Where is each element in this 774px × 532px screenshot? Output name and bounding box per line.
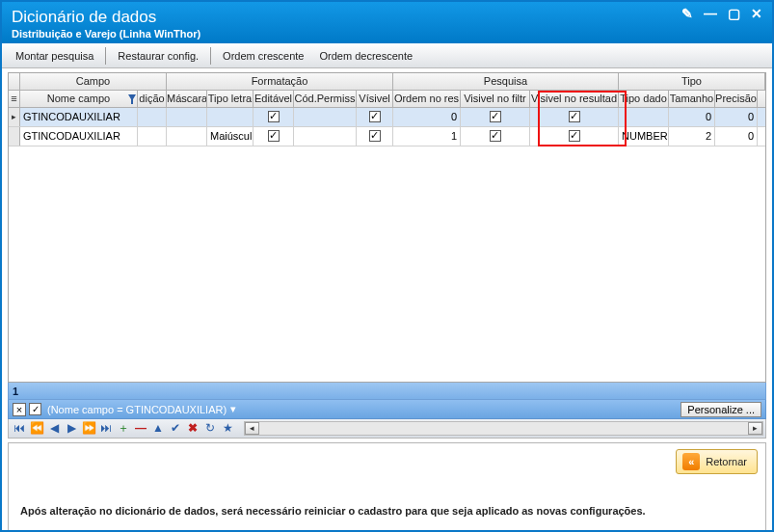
title-bar: Dicionário de dados Distribuição e Varej… bbox=[2, 2, 772, 43]
cell-codpermiss[interactable] bbox=[294, 127, 357, 146]
col-nome-campo[interactable]: Nome campo bbox=[20, 91, 138, 107]
col-tipodado[interactable]: Tipo dado bbox=[619, 91, 669, 107]
cell-editavel[interactable] bbox=[254, 127, 294, 146]
filter-expression: (Nome campo = GTINCODAUXILIAR) bbox=[47, 404, 227, 415]
maximize-icon[interactable]: ▢ bbox=[726, 6, 741, 21]
group-formatacao[interactable]: Formatação bbox=[167, 73, 393, 90]
personalize-button[interactable]: Personalize ... bbox=[681, 402, 761, 417]
col-mascara[interactable]: Máscara bbox=[167, 91, 207, 107]
row-indicator bbox=[9, 127, 20, 146]
return-icon: « bbox=[682, 453, 700, 470]
nav-insert-icon[interactable]: ＋ bbox=[115, 421, 132, 437]
cell-tipoletra[interactable] bbox=[207, 108, 254, 126]
cell-codpermiss[interactable] bbox=[294, 108, 357, 126]
nav-last-icon[interactable]: ⏭ bbox=[97, 421, 115, 437]
nav-bookmark-icon[interactable]: ★ bbox=[219, 421, 236, 437]
svg-marker-0 bbox=[128, 94, 136, 104]
cell-edicao[interactable] bbox=[138, 108, 167, 126]
navigator-bar: ⏮ ⏪ ◀ ▶ ⏩ ⏭ ＋ — ▲ ✔ ✖ ↻ ★ ◂ ▸ bbox=[8, 419, 766, 439]
col-edicao[interactable]: dição bbox=[138, 91, 167, 107]
cell-mascara[interactable] bbox=[167, 127, 207, 146]
filter-icon[interactable] bbox=[128, 94, 136, 104]
col-codpermiss[interactable]: Cód.Permiss bbox=[294, 91, 357, 107]
montar-pesquisa-button[interactable]: Montar pesquisa bbox=[8, 47, 101, 65]
window-title: Dicionário de dados bbox=[12, 8, 762, 27]
checkbox-icon[interactable] bbox=[268, 111, 280, 122]
cell-precisao[interactable]: 0 bbox=[715, 127, 758, 146]
cell-tipodado[interactable]: NUMBER bbox=[619, 127, 669, 146]
filter-enabled-checkbox[interactable]: ✓ bbox=[29, 403, 41, 415]
restaurar-config-button[interactable]: Restaurar config. bbox=[110, 47, 206, 65]
cell-vfiltro[interactable] bbox=[461, 108, 530, 126]
nav-delete-icon[interactable]: — bbox=[132, 421, 149, 437]
nav-edit-icon[interactable]: ▲ bbox=[149, 421, 167, 437]
col-tamanho[interactable]: Tamanho bbox=[669, 91, 715, 107]
cell-tipoletra[interactable]: Maiúsculo bbox=[207, 127, 254, 146]
cell-ordem[interactable]: 0 bbox=[393, 108, 461, 126]
nav-next-icon[interactable]: ▶ bbox=[63, 421, 80, 437]
nav-first-icon[interactable]: ⏮ bbox=[11, 421, 28, 437]
cell-tipodado[interactable] bbox=[619, 108, 669, 126]
cell-visivel[interactable] bbox=[357, 127, 393, 146]
cell-visivel[interactable] bbox=[357, 108, 393, 126]
col-visivel[interactable]: Vísivel bbox=[357, 91, 393, 107]
checkbox-icon[interactable] bbox=[490, 130, 501, 142]
close-icon[interactable]: ✕ bbox=[749, 6, 764, 21]
edit-icon[interactable]: ✎ bbox=[680, 6, 695, 21]
nav-next-page-icon[interactable]: ⏩ bbox=[80, 421, 97, 437]
record-count-bar: 1 bbox=[8, 383, 766, 400]
cell-precisao[interactable]: 0 bbox=[715, 108, 758, 126]
scroll-left-icon[interactable]: ◂ bbox=[245, 422, 259, 435]
horizontal-scrollbar[interactable]: ◂ ▸ bbox=[244, 421, 763, 436]
col-editavel[interactable]: Editável bbox=[254, 91, 294, 107]
info-note: Após alteração no dicionário de dados, s… bbox=[20, 505, 754, 517]
checkbox-icon[interactable] bbox=[569, 111, 580, 122]
filter-dropdown-icon[interactable]: ▾ bbox=[230, 403, 236, 415]
clear-filter-button[interactable]: × bbox=[13, 403, 26, 416]
bottom-panel: « Retornar Após alteração no dicionário … bbox=[8, 442, 766, 532]
checkbox-icon[interactable] bbox=[569, 130, 580, 142]
cell-tamanho[interactable]: 2 bbox=[669, 127, 715, 146]
row-indicator: ▸ bbox=[9, 108, 20, 126]
scroll-right-icon[interactable]: ▸ bbox=[748, 422, 762, 435]
checkbox-icon[interactable] bbox=[490, 111, 501, 122]
cell-vresult[interactable] bbox=[530, 127, 619, 146]
ordem-crescente-button[interactable]: Ordem crescente bbox=[215, 47, 311, 65]
table-row[interactable]: ▸GTINCODAUXILIAR000 bbox=[9, 108, 765, 127]
data-grid[interactable]: Campo Formatação Pesquisa Tipo ≡ Nome ca… bbox=[8, 72, 766, 383]
nav-cancel-icon[interactable]: ✖ bbox=[184, 421, 201, 437]
cell-editavel[interactable] bbox=[254, 108, 294, 126]
nav-prev-icon[interactable]: ◀ bbox=[45, 421, 63, 437]
record-count: 1 bbox=[13, 386, 18, 397]
col-tipoletra[interactable]: Tipo letra bbox=[207, 91, 254, 107]
return-button[interactable]: « Retornar bbox=[676, 449, 758, 474]
cell-edicao[interactable] bbox=[138, 127, 167, 146]
minimize-icon[interactable]: — bbox=[703, 6, 718, 21]
cell-tamanho[interactable]: 0 bbox=[669, 108, 715, 126]
group-campo[interactable]: Campo bbox=[20, 73, 167, 90]
checkbox-icon[interactable] bbox=[268, 130, 280, 142]
cell-nome[interactable]: GTINCODAUXILIAR bbox=[20, 108, 138, 126]
col-visivel-filtro[interactable]: Visivel no filtr bbox=[461, 91, 530, 107]
group-pesquisa[interactable]: Pesquisa bbox=[393, 73, 619, 90]
cell-ordem[interactable]: 1 bbox=[393, 127, 461, 146]
nav-post-icon[interactable]: ✔ bbox=[167, 421, 184, 437]
cell-nome[interactable]: GTINCODAUXILIAR bbox=[20, 127, 138, 146]
col-nome-label: Nome campo bbox=[47, 93, 110, 104]
nav-refresh-icon[interactable]: ↻ bbox=[201, 421, 219, 437]
cell-vfiltro[interactable] bbox=[461, 127, 530, 146]
checkbox-icon[interactable] bbox=[369, 130, 381, 142]
row-selector-header[interactable]: ≡ bbox=[9, 91, 20, 107]
col-ordem[interactable]: Ordem no res bbox=[393, 91, 461, 107]
ordem-decrescente-button[interactable]: Ordem decrescente bbox=[311, 47, 420, 65]
cell-mascara[interactable] bbox=[167, 108, 207, 126]
table-row[interactable]: GTINCODAUXILIARMaiúsculo1NUMBER20 bbox=[9, 127, 765, 146]
nav-prev-page-icon[interactable]: ⏪ bbox=[28, 421, 45, 437]
col-visivel-resultado[interactable]: Visivel no resultad bbox=[530, 91, 619, 107]
col-precisao[interactable]: Precisão bbox=[715, 91, 758, 107]
checkbox-icon[interactable] bbox=[369, 111, 381, 122]
group-tipo[interactable]: Tipo bbox=[619, 73, 765, 90]
return-label: Retornar bbox=[706, 456, 747, 467]
cell-vresult[interactable] bbox=[530, 108, 619, 126]
window-subtitle: Distribuição e Varejo (Linha WinThor) bbox=[12, 28, 762, 40]
